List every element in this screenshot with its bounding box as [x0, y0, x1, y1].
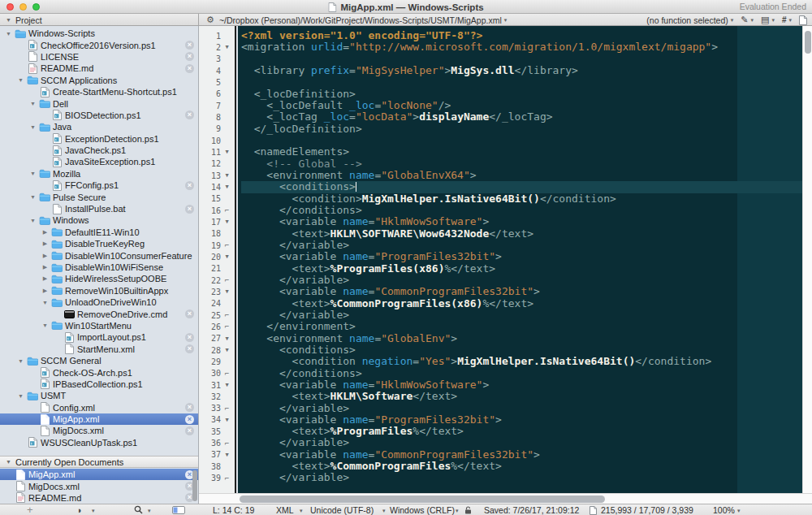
code-line[interactable]: <environment name="GlobalEnvX64">	[241, 170, 802, 181]
zoom-window-button[interactable]	[32, 3, 40, 11]
tree-item[interactable]: ▼Windows-Scripts	[0, 28, 198, 39]
close-document-button[interactable]: ×	[185, 333, 194, 342]
close-window-button[interactable]	[6, 3, 14, 11]
code-line[interactable]: </_locDefinition>	[241, 123, 802, 135]
tree-item[interactable]: ▼Pulse Secure	[0, 191, 198, 202]
code-line[interactable]: <variable name="HklmWowSoftware">	[241, 379, 802, 391]
chevron-down-icon[interactable]: ▾	[504, 17, 508, 24]
chevron-down-icon[interactable]: ▾	[737, 508, 741, 514]
search-icon[interactable]	[134, 505, 143, 514]
fold-triangle-icon[interactable]: ▼	[221, 347, 233, 353]
disclosure-triangle[interactable]: ▼	[15, 358, 26, 364]
tree-item[interactable]: ▼Win10StartMenu	[0, 320, 198, 331]
tree-item[interactable]: InstallPulse.bat×	[0, 203, 198, 214]
code-line[interactable]: <variable name="ProgramFiles32bit">	[241, 414, 802, 426]
code-line[interactable]: <_locTag _loc="locData">displayName</_lo…	[241, 111, 802, 123]
gear-icon[interactable]: ⚙	[206, 15, 214, 24]
tree-item[interactable]: ▼Java	[0, 121, 198, 132]
disclosure-triangle[interactable]: ▼	[6, 459, 11, 465]
tree-item[interactable]: Create-StartMenu-Shortcut.ps1	[0, 86, 198, 97]
disclosure-triangle[interactable]: ▶	[40, 253, 50, 259]
tree-item[interactable]: ▼UnloadOneDriveWin10	[0, 296, 198, 308]
close-document-button[interactable]: ×	[185, 110, 194, 119]
new-document-icon[interactable]	[799, 15, 807, 25]
code-line[interactable]: <variable name="ProgramFiles32bit">	[241, 251, 802, 262]
code-line[interactable]: </variable>	[241, 403, 802, 414]
disclosure-triangle[interactable]: ▶	[40, 240, 50, 247]
code-line[interactable]: <variable name="CommonProgramFiles32bit"…	[241, 286, 802, 297]
chevron-down-icon[interactable]: ▾	[456, 508, 459, 514]
disclosure-triangle[interactable]: ▼	[40, 322, 50, 328]
fold-triangle-icon[interactable]: ▼	[221, 335, 233, 342]
code-line[interactable]: <?xml version="1.0" encoding="UTF-8"?>	[241, 30, 802, 41]
tree-item[interactable]: Config.xml×	[0, 402, 198, 413]
tree-item[interactable]: ▶RemoveWin10BuiltinAppx	[0, 285, 198, 296]
disclosure-triangle[interactable]: ▼	[15, 77, 26, 83]
tree-item[interactable]: JavaSiteException.ps1	[0, 156, 198, 167]
tree-item[interactable]: README.md×	[0, 492, 198, 504]
document-path[interactable]: ~/Dropbox (Personal)/Work/GitProject/Win…	[219, 15, 502, 25]
open-documents-header[interactable]: ▼ Currently Open Documents	[0, 456, 198, 468]
tree-item[interactable]: ▼Mozilla	[0, 168, 198, 180]
code-line[interactable]: <variable name="CommonProgramFiles32bit"…	[241, 449, 802, 461]
disclosure-triangle[interactable]: ▼	[15, 393, 26, 399]
fold-triangle-icon[interactable]: ▼	[221, 149, 233, 155]
fold-end-icon[interactable]: ⌐	[221, 323, 233, 330]
disclosure-triangle[interactable]: ▶	[40, 264, 50, 270]
code-line[interactable]: <condition negation="Yes">MigXmlHelper.I…	[241, 356, 802, 367]
fold-triangle-icon[interactable]: ▼	[221, 452, 233, 458]
tree-item[interactable]: WSUSCleanUpTask.ps1	[0, 437, 198, 448]
close-document-button[interactable]: ×	[185, 205, 194, 214]
fold-triangle-icon[interactable]: ▼	[221, 288, 233, 295]
sidebar-scrollbar-thumb[interactable]	[192, 470, 197, 501]
code-line[interactable]: </environment>	[241, 321, 802, 332]
function-selector[interactable]: (no function selected)	[646, 15, 728, 25]
fold-end-icon[interactable]: ⌐	[221, 440, 233, 447]
disclosure-triangle[interactable]: ▼	[40, 300, 50, 305]
close-document-button[interactable]: ×	[185, 52, 194, 61]
code-line[interactable]: </variable>	[241, 275, 802, 286]
tree-item[interactable]: IPBasedCollection.ps1	[0, 379, 198, 390]
code-line[interactable]: <migration urlid="http://www.microsoft.c…	[241, 41, 802, 53]
code-line[interactable]	[241, 135, 802, 146]
code-line[interactable]: <conditions>	[241, 181, 802, 193]
code-line[interactable]: <text>%CommonProgramFiles%</text>	[241, 461, 802, 472]
fold-triangle-icon[interactable]: ▼	[221, 417, 233, 423]
code-line[interactable]: <text>HKLM\Software</text>	[241, 391, 802, 402]
code-line[interactable]: </variable>	[241, 240, 802, 251]
code-line[interactable]: <text>%ProgramFiles(x86)%</text>	[241, 263, 802, 275]
close-document-button[interactable]: ×	[185, 403, 194, 412]
tree-item[interactable]: StartMenu.xml×	[0, 344, 198, 355]
fold-triangle-icon[interactable]: ▼	[221, 253, 233, 260]
vertical-scrollbar[interactable]	[802, 26, 812, 493]
chevron-down-icon[interactable]: ▾	[771, 17, 775, 24]
line-endings-selector[interactable]: Windows (CRLF)	[390, 505, 455, 515]
disclosure-triangle[interactable]: ▼	[28, 124, 38, 130]
tree-item[interactable]: README.md×	[0, 63, 198, 74]
chevron-down-icon[interactable]: ▾	[300, 508, 303, 514]
close-document-button[interactable]: ×	[185, 64, 194, 73]
close-document-button[interactable]: ×	[185, 344, 194, 353]
code-line[interactable]: <text>%CommonProgramFiles(x86)%</text>	[241, 298, 802, 309]
code-area[interactable]: <?xml version="1.0" encoding="UTF-8"?><m…	[238, 26, 802, 493]
disclosure-triangle[interactable]: ▶	[40, 288, 50, 294]
tree-item[interactable]: LICENSE×	[0, 51, 198, 63]
code-line[interactable]: <environment name="GlobalEnv">	[241, 333, 802, 344]
code-line[interactable]: <condition>MigXmlHelper.IsNative64Bit()<…	[241, 193, 802, 205]
disclosure-triangle[interactable]: ▼	[28, 101, 38, 106]
horizontal-scrollbar[interactable]	[199, 493, 812, 504]
sidebar-toggle-icon[interactable]	[172, 506, 185, 514]
tree-item[interactable]: RemoveOneDrive.cmd×	[0, 308, 198, 319]
code-line[interactable]: </conditions>	[241, 205, 802, 216]
horizontal-scrollbar-thumb[interactable]	[240, 496, 605, 503]
close-document-button[interactable]: ×	[185, 181, 194, 190]
chevron-down-icon[interactable]: ▾	[92, 508, 95, 514]
tree-item[interactable]: BIOSDetection.ps1×	[0, 110, 198, 121]
tree-item[interactable]: Check-OS-Arch.ps1	[0, 366, 198, 378]
code-line[interactable]: <text>%ProgramFiles%</text>	[241, 426, 802, 437]
tree-item[interactable]: ▶DisableTrueKeyReg	[0, 238, 198, 249]
language-selector[interactable]: XML	[276, 505, 294, 515]
tree-item[interactable]: CheckOffice2016Version.ps1×	[0, 39, 198, 50]
tree-item[interactable]: ▼Windows	[0, 214, 198, 226]
code-line[interactable]: <variable name="HklmWowSoftware">	[241, 216, 802, 227]
